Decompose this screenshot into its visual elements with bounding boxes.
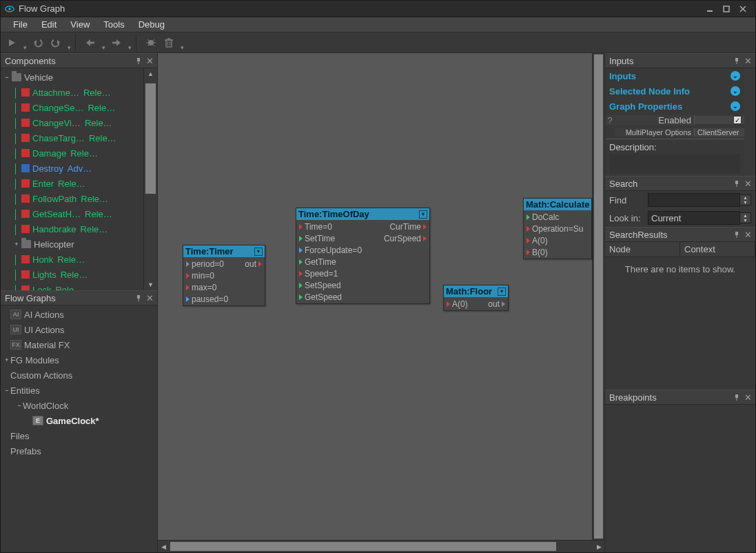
pin-icon[interactable]: [134, 56, 143, 66]
tree-folder-vehicle[interactable]: − Vehicle: [1, 70, 143, 85]
chevron-up-icon[interactable]: ▲: [740, 213, 750, 218]
fg-item[interactable]: Custom Actions: [1, 368, 157, 383]
port-in[interactable]: B(0): [524, 246, 591, 258]
panel-close-button[interactable]: ✕: [145, 56, 154, 66]
tree-item[interactable]: │ GetSeatH… Rele…: [1, 206, 143, 221]
port-in[interactable]: GetTime: [296, 256, 381, 268]
forward-button[interactable]: [108, 34, 125, 51]
section-selected-node[interactable]: Selected Node Info⌄: [605, 83, 744, 99]
pin-icon[interactable]: [732, 56, 742, 66]
panel-close-button[interactable]: ✕: [743, 230, 753, 239]
breakpoints-panel-header[interactable]: Breakpoints ✕: [605, 390, 755, 405]
port-in[interactable]: Time=0: [296, 221, 381, 232]
col-context[interactable]: Context: [680, 242, 755, 257]
tree-item[interactable]: │ ChaseTarg… Rele…: [1, 130, 143, 145]
back-more[interactable]: ▾: [100, 34, 107, 51]
tree-item[interactable]: │ Lights Rele…: [1, 267, 143, 282]
results-columns[interactable]: Node Context: [605, 242, 755, 257]
tree-twisty[interactable]: [3, 326, 10, 333]
menu-file[interactable]: File: [6, 17, 34, 32]
menu-debug[interactable]: Debug: [132, 17, 172, 32]
maximize-button[interactable]: [718, 3, 735, 15]
undo-button[interactable]: [30, 34, 46, 51]
panel-close-button[interactable]: ✕: [743, 56, 753, 66]
search-stepper[interactable]: ▲▼: [740, 194, 751, 205]
panel-close-button[interactable]: ✕: [743, 179, 753, 188]
collapse-icon[interactable]: −: [3, 74, 10, 81]
panel-close-button[interactable]: ✕: [743, 392, 753, 402]
forward-more[interactable]: ▾: [126, 34, 133, 51]
fg-item[interactable]: − WorldClock: [1, 398, 157, 413]
toolbar-overflow[interactable]: ▾: [65, 34, 72, 51]
scroll-left-icon[interactable]: ◀: [158, 541, 169, 552]
port-in[interactable]: paused=0: [183, 293, 242, 305]
flowgraphs-panel-header[interactable]: Flow Graphs ✕: [1, 290, 157, 305]
play-button[interactable]: [3, 34, 20, 51]
node-menu-icon[interactable]: ▾: [498, 288, 506, 296]
pin-icon[interactable]: [732, 392, 742, 402]
port-in[interactable]: A(0): [444, 298, 485, 310]
fg-item[interactable]: UI UI Actions: [1, 322, 157, 337]
components-panel-header[interactable]: Components ✕: [1, 53, 157, 68]
prop-multiplayer[interactable]: MultiPlayer Options ClientServer: [605, 126, 744, 139]
col-node[interactable]: Node: [605, 242, 680, 257]
debug-toggle-button[interactable]: [143, 34, 159, 51]
prop-enabled[interactable]: ? Enabled ✓: [605, 114, 744, 126]
components-scrollbar[interactable]: ▲ ▼: [143, 68, 157, 290]
node-math-floor[interactable]: Math:Floor▾ A(0) out: [443, 285, 509, 311]
delete-button[interactable]: [161, 34, 177, 51]
searchresults-panel-header[interactable]: SearchResults ✕: [605, 227, 755, 242]
scroll-thumb[interactable]: [594, 54, 603, 539]
tree-twisty[interactable]: [3, 311, 10, 318]
tree-item[interactable]: │ ChangeVi… Rele…: [1, 115, 143, 130]
tree-item[interactable]: │ Handbrake Rele…: [1, 221, 143, 237]
port-out[interactable]: out: [485, 298, 508, 310]
toolbar-overflow[interactable]: ▾: [178, 34, 185, 51]
fg-item[interactable]: Files: [1, 428, 157, 443]
fg-active-item[interactable]: E GameClock*: [1, 413, 157, 428]
node-title[interactable]: Time:TimeOfDay▾: [296, 208, 429, 220]
minimize-button[interactable]: [702, 3, 718, 15]
node-menu-icon[interactable]: ▾: [419, 210, 427, 219]
expand-icon[interactable]: +: [13, 241, 20, 248]
node-time-timeofday[interactable]: Time:TimeOfDay▾ Time=0SetTimeForceUpdate…: [296, 208, 430, 304]
node-title[interactable]: Math:Floor▾: [444, 285, 508, 297]
node-title[interactable]: Time:Timer▾: [183, 245, 265, 257]
fg-item[interactable]: FX Material FX: [1, 337, 157, 352]
pin-icon[interactable]: [732, 179, 742, 188]
inputs-scrollbar[interactable]: [744, 68, 755, 176]
toolbar-overflow[interactable]: ▾: [21, 34, 28, 51]
scroll-down-icon[interactable]: ▼: [144, 279, 157, 290]
scroll-up-icon[interactable]: ▲: [144, 68, 157, 79]
port-in[interactable]: Speed=1: [296, 268, 381, 279]
port-in[interactable]: ForceUpdate=0: [296, 244, 381, 256]
section-inputs[interactable]: Inputs⌄: [605, 68, 744, 83]
scroll-thumb[interactable]: [170, 542, 556, 551]
port-out[interactable]: out: [242, 258, 265, 270]
tree-item[interactable]: │ Lock Rele…: [1, 282, 143, 290]
fg-item[interactable]: AI AI Actions: [1, 307, 157, 322]
tree-item[interactable]: │ Honk Rele…: [1, 252, 143, 267]
fg-item[interactable]: + FG Modules: [1, 352, 157, 368]
port-in[interactable]: max=0: [183, 281, 242, 293]
menu-edit[interactable]: Edit: [34, 17, 63, 32]
prop-value[interactable]: ClientServer: [695, 128, 744, 137]
tree-twisty[interactable]: [3, 372, 10, 379]
close-window-button[interactable]: [735, 3, 751, 15]
search-panel-header[interactable]: Search ✕: [605, 176, 755, 191]
lookin-stepper[interactable]: ▲▼: [740, 212, 751, 223]
menu-tools[interactable]: Tools: [96, 17, 131, 32]
tree-item[interactable]: │ Attachme… Rele…: [1, 85, 143, 100]
canvas-vscroll[interactable]: [592, 53, 604, 540]
panel-close-button[interactable]: ✕: [145, 293, 154, 303]
node-title[interactable]: Math:Calculate: [524, 199, 591, 210]
canvas-hscroll[interactable]: ◀ ▶: [158, 540, 604, 552]
lookin-combo[interactable]: Current: [648, 211, 740, 225]
port-in[interactable]: min=0: [183, 270, 242, 281]
port-in[interactable]: GetSpeed: [296, 291, 381, 303]
port-in[interactable]: A(0): [524, 234, 591, 246]
section-graph-properties[interactable]: Graph Properties⌄: [605, 99, 744, 114]
search-input[interactable]: [648, 193, 740, 207]
tree-folder-helicopter[interactable]: + Helicopter: [1, 237, 143, 252]
tree-twisty[interactable]: −: [16, 402, 23, 409]
